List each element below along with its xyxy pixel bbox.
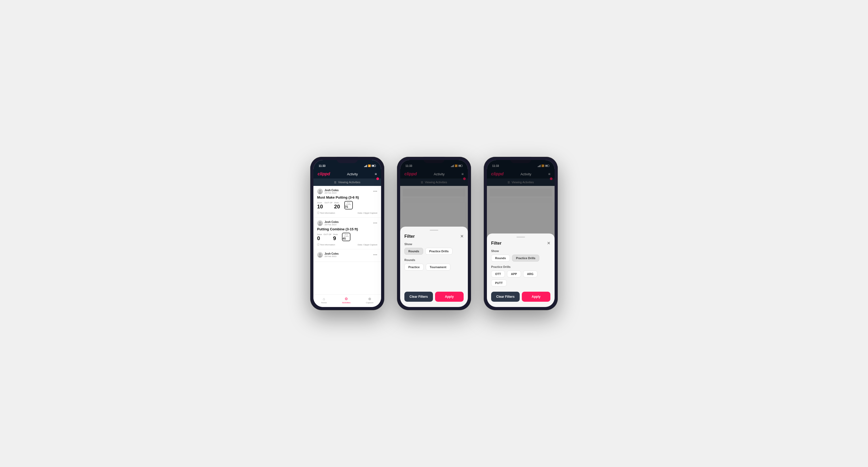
svg-point-1 xyxy=(318,192,322,194)
arg-btn-3[interactable]: ARG xyxy=(523,271,537,277)
apply-btn-3[interactable]: Apply xyxy=(522,292,550,302)
info-icon-2: ⓘ xyxy=(317,243,319,246)
user-info-2: Josh Coles 28 Feb 2023 xyxy=(317,220,339,226)
filter-header-3: Filter ✕ xyxy=(491,241,550,246)
shots-value-2: 9 xyxy=(333,235,338,242)
practice-btn-2[interactable]: Practice xyxy=(404,263,424,271)
activity-footer-1: ⓘ Test Information Data: Clippd Capture xyxy=(317,211,377,215)
shot-quality-badge-2: Shot Quality 45 xyxy=(342,233,350,241)
practice-drills-btn-2[interactable]: Practice Drills xyxy=(425,248,453,255)
more-dots-1[interactable]: ••• xyxy=(373,190,377,193)
filter-header-2: Filter ✕ xyxy=(404,234,464,239)
user-date-2: 28 Feb 2023 xyxy=(324,223,339,226)
logo-1: clippd xyxy=(318,172,330,176)
wifi-icon-1: 📶 xyxy=(368,164,371,167)
filter-title-2: Filter xyxy=(404,234,415,239)
activities-icon-1: ⚙ xyxy=(345,297,348,301)
filter-handle-3 xyxy=(517,237,525,238)
phone-3: 11:33 📶 clippd Activity xyxy=(484,157,558,310)
activity-item-3: Josh Coles 28 Feb 2023 ••• xyxy=(313,249,381,262)
shots-value-1: 20 xyxy=(334,204,340,210)
rounds-btn-2[interactable]: Rounds xyxy=(404,248,423,255)
apply-btn-2[interactable]: Apply xyxy=(435,292,464,302)
screen-1: 11:33 📶 clippd Activity xyxy=(313,160,381,307)
filter-icon-1: ☰ xyxy=(334,181,336,184)
activity-list-1: Josh Coles 28 Feb 2023 ••• Must Make Put… xyxy=(313,186,381,294)
activity-footer-2: ⓘ Test Information Data: Clippd Capture xyxy=(317,243,377,246)
filter-sheet-2: Filter ✕ Show Rounds Practice Drills Rou… xyxy=(400,227,468,307)
filter-close-2[interactable]: ✕ xyxy=(460,234,464,239)
more-dots-3[interactable]: ••• xyxy=(373,253,377,257)
activity-title-1: Must Make Putting (3-6 ft) xyxy=(317,195,377,199)
filter-handle-2 xyxy=(430,230,438,230)
filter-sheet-3: Filter ✕ Show Rounds Practice Drills Pra… xyxy=(487,234,555,307)
stat-group-shots-1: Shots 20 xyxy=(334,202,340,210)
svg-point-4 xyxy=(319,253,321,255)
sq-value-2: 45 xyxy=(342,237,350,240)
bottom-nav-1: ⌂ Home ⚙ Activities ⊕ Capture xyxy=(313,294,381,307)
practice-drills-btn-3[interactable]: Practice Drills xyxy=(512,255,539,261)
pd-section-label-3: Practice Drills xyxy=(491,265,550,269)
svg-point-5 xyxy=(318,256,322,257)
tournament-btn-2[interactable]: Tournament xyxy=(426,263,451,271)
signal-bar-4 xyxy=(367,165,367,167)
shot-quality-badge-1: Shot Quality 75 xyxy=(344,201,353,210)
avatar-1 xyxy=(317,189,323,194)
user-info-1: Josh Coles 28 Feb 2023 xyxy=(317,189,339,194)
pd-buttons-3: OTT APP ARG PUTT xyxy=(491,271,550,286)
activity-item-1: Josh Coles 28 Feb 2023 ••• Must Make Put… xyxy=(313,186,381,218)
avatar-inner-1 xyxy=(317,189,323,194)
putt-btn-3[interactable]: PUTT xyxy=(491,280,507,286)
avatar-inner-3 xyxy=(317,252,323,257)
filter-actions-2: Clear Filters Apply xyxy=(404,292,464,302)
avatar-2 xyxy=(317,220,323,226)
nav-home-1[interactable]: ⌂ Home xyxy=(321,297,327,304)
signal-bar-2 xyxy=(365,166,366,167)
user-details-3: Josh Coles 28 Feb 2023 xyxy=(324,252,339,257)
banner-dot-1 xyxy=(376,178,379,180)
filter-overlay-3: Filter ✕ Show Rounds Practice Drills Pra… xyxy=(487,160,555,307)
filter-close-3[interactable]: ✕ xyxy=(547,241,550,246)
stats-row-2: Score 0 OUT OF Shots 9 Shot Quality 45 xyxy=(317,233,377,242)
stat-group-shots-2: Shots 9 xyxy=(333,234,338,242)
stat-group-score-1: Score 10 xyxy=(317,202,323,210)
more-dots-2[interactable]: ••• xyxy=(373,221,377,225)
nav-title-1: Activity xyxy=(347,172,358,176)
score-label-2: Score xyxy=(317,234,322,235)
status-icons-1: 📶 xyxy=(364,164,376,167)
svg-point-3 xyxy=(318,224,322,226)
filter-actions-3: Clear Filters Apply xyxy=(491,292,550,302)
user-info-3: Josh Coles 28 Feb 2023 xyxy=(317,252,339,258)
rounds-btn-3[interactable]: Rounds xyxy=(491,255,510,261)
nav-activities-1[interactable]: ⚙ Activities xyxy=(342,297,351,304)
sq-label-2: Shot Quality xyxy=(342,234,350,237)
user-name-1: Josh Coles xyxy=(324,189,339,192)
avatar-3 xyxy=(317,252,323,258)
capture-label-1: Capture xyxy=(366,302,373,304)
viewing-banner-1[interactable]: ☰ Viewing Activities xyxy=(313,179,381,186)
clear-filters-btn-3[interactable]: Clear Filters xyxy=(491,292,520,302)
clear-filters-btn-2[interactable]: Clear Filters xyxy=(404,292,433,302)
test-info-2: ⓘ Test Information xyxy=(317,243,335,246)
user-date-1: 28 Feb 2023 xyxy=(324,192,339,194)
phone-2: 11:33 📶 clippd Activity xyxy=(397,157,471,310)
home-icon-1: ⌂ xyxy=(323,297,325,301)
nav-capture-1[interactable]: ⊕ Capture xyxy=(366,297,373,304)
filter-title-3: Filter xyxy=(491,241,501,246)
svg-point-2 xyxy=(319,222,321,223)
menu-icon-1[interactable]: ≡ xyxy=(375,172,377,176)
ott-btn-3[interactable]: OTT xyxy=(491,271,505,277)
banner-text-1: Viewing Activities xyxy=(338,181,360,184)
show-label-2: Show xyxy=(404,243,464,246)
user-details-1: Josh Coles 28 Feb 2023 xyxy=(324,189,339,194)
home-label-1: Home xyxy=(321,302,327,304)
user-name-2: Josh Coles xyxy=(324,221,339,223)
app-btn-3[interactable]: APP xyxy=(507,271,521,277)
battery-icon-1 xyxy=(372,165,376,167)
user-details-2: Josh Coles 28 Feb 2023 xyxy=(324,221,339,226)
sq-value-1: 75 xyxy=(345,205,352,208)
score-value-1: 10 xyxy=(317,204,323,210)
activity-item-2: Josh Coles 28 Feb 2023 ••• Putting Combi… xyxy=(313,218,381,249)
shots-label-2: Shots xyxy=(333,234,338,235)
activity-header-1: Josh Coles 28 Feb 2023 ••• xyxy=(317,189,377,194)
